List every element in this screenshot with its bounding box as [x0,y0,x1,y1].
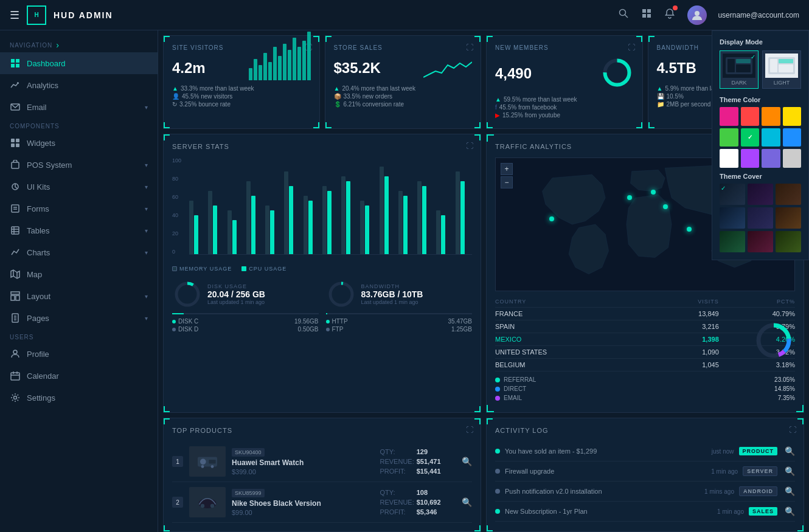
theme-color-green[interactable]: ✓ [741,128,760,147]
activity-log-expand[interactable]: ⛶ [789,426,796,434]
new-members-expand[interactable]: ⛶ [628,43,635,52]
sidebar-item-pos[interactable]: POS System ▾ [0,154,158,176]
svg-rect-18 [12,205,19,212]
sidebar-item-profile[interactable]: Profile [0,343,158,365]
logo-letter: H [34,12,38,18]
theme-cover-2[interactable] [748,184,773,205]
disk-c-detail: DISK C19.56GB [172,318,319,325]
search-icon[interactable] [618,8,629,22]
activity-search-2[interactable]: 🔍 [785,466,795,476]
sidebar-item-dashboard[interactable]: Dashboard [0,52,158,74]
theme-cover-1[interactable]: ✓ [720,184,745,205]
product-search-1[interactable]: 🔍 [462,457,472,466]
theme-cover-5[interactable] [748,207,773,229]
top-products-expand[interactable]: ⛶ [466,426,473,434]
logo-box: H [27,5,46,25]
activity-search-4[interactable]: 🔍 [785,506,795,516]
activity-text-2: Firewall upgrade [505,468,706,475]
theme-color-violet[interactable] [762,149,780,168]
product-num-2: 2 [172,497,183,508]
theme-cover-6[interactable] [776,207,801,229]
product-qty-1: 129 [417,448,451,455]
sidebar-item-calendar[interactable]: Calendar [0,365,158,387]
theme-color-white[interactable] [720,149,738,168]
menu-icon[interactable]: ☰ [10,9,19,22]
store-sales-expand[interactable]: ⛶ [466,43,473,52]
product-num-1: 1 [172,456,183,467]
theme-color-red[interactable] [741,107,760,126]
sidebar-item-charts[interactable]: Charts ▾ [0,241,158,263]
activity-item-4: New Subscription - 1yr Plan 1 min ago SA… [495,502,795,522]
theme-color-yellow[interactable] [783,107,802,126]
dark-label: Dark [723,80,755,86]
activity-time-2: 1 min ago [711,468,738,475]
display-mode-dark[interactable]: ✓ Dark [720,50,759,89]
disk-d-detail: DISK D0.50GB [172,326,319,333]
theme-cover-7[interactable] [720,231,745,252]
theme-cover-8[interactable] [748,231,773,252]
nav-section-label: Navigation › [0,35,158,52]
activity-dot-3 [495,489,500,494]
sidebar-item-pages[interactable]: Pages ▾ [0,307,158,329]
activity-item-1: You have sold an item - $1,299 just now … [495,441,795,461]
product-search-2[interactable]: 🔍 [462,497,472,507]
theme-color-purple[interactable] [741,149,760,168]
sidebar-item-widgets[interactable]: Widgets [0,132,158,154]
bw-updated: Last updated 1 min ago [361,299,423,305]
svg-rect-28 [11,292,19,294]
product-item-1: 1 SKU90400 Huawei Smart Watch [172,441,472,482]
svg-point-35 [13,350,17,354]
sidebar-item-uikits[interactable]: UI Kits ▾ [0,176,158,198]
theme-color-gray[interactable] [783,149,802,168]
theme-color-blue[interactable] [783,128,802,147]
product-sku-1: SKU90400 [232,448,265,457]
svg-rect-12 [11,139,15,142]
activity-text-1: You have sold an item - $1,299 [505,447,707,455]
server-stats-expand[interactable]: ⛶ [466,142,473,150]
theme-cover-4[interactable] [720,207,745,229]
theme-color-pink[interactable] [720,107,738,126]
pages-icon [10,313,21,323]
theme-cover-3[interactable] [776,184,801,205]
referral-item-referral: REFERRAL 23.05% [495,376,795,383]
activity-search-1[interactable]: 🔍 [785,446,795,456]
theme-colors-grid: ✓ [720,107,801,168]
new-members-donut [600,56,634,91]
sidebar-item-settings[interactable]: Settings [0,387,158,409]
product-revenue-1: $51,471 [417,458,451,465]
light-label: Light [765,80,798,86]
svg-point-45 [330,283,352,305]
sidebar-item-layout[interactable]: Layout ▾ [0,285,158,307]
stat-card-store-sales: STORE SALES ⛶ $35.2K ▲20.4% more than la… [325,35,482,129]
sidebar: Navigation › Dashboard Analytics Email ▾… [0,30,158,532]
sidebar-item-forms[interactable]: Forms ▾ [0,198,158,219]
legend-cpu: CPU USAGE [241,266,286,272]
activity-item-2: Firewall upgrade 1 min ago SERVER 🔍 [495,461,795,482]
display-mode-light[interactable]: Light [762,50,801,89]
product-stats-2: QTY: 108 REVENUE: $10,692 PROFIT: $5,346 [380,489,451,516]
activity-search-3[interactable]: 🔍 [785,486,795,496]
product-price-1: $399.00 [232,468,374,475]
grid-icon[interactable] [641,8,652,22]
theme-color-orange[interactable] [762,107,780,126]
product-price-2: $99.00 [232,509,374,516]
theme-color-cyan[interactable] [762,128,780,147]
calendar-label: Calendar [27,371,148,381]
email-icon [10,102,21,112]
sidebar-item-analytics[interactable]: Analytics [0,74,158,96]
http-detail: HTTP35.47GB [326,318,473,325]
dark-check: ✓ [751,54,755,60]
svg-point-61 [210,504,214,508]
sidebar-item-map[interactable]: Map [0,263,158,285]
sidebar-item-email[interactable]: Email ▾ [0,96,158,118]
svg-rect-16 [12,162,19,168]
theme-cover-9[interactable] [776,231,801,252]
product-info-1: SKU90400 Huawei Smart Watch $399.00 [232,447,374,475]
tables-icon [10,225,21,236]
svg-point-43 [176,283,198,305]
country-france: FRANCE 13,849 40.79% [495,308,795,320]
sidebar-item-tables[interactable]: Tables ▾ [0,219,158,241]
activity-badge-3: ANDROID [739,486,777,496]
notification-icon[interactable] [664,8,675,22]
theme-color-lightgreen[interactable] [720,128,738,147]
